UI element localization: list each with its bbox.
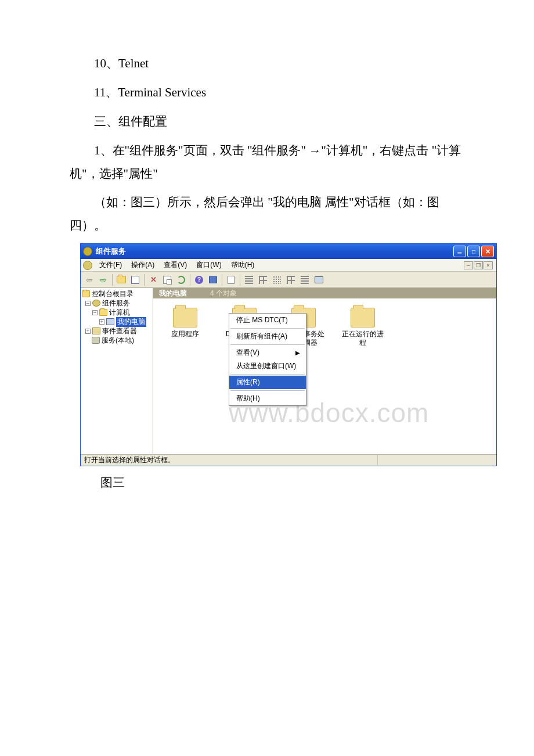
tree-local-services[interactable]: 服务(本地): [82, 336, 153, 345]
menu-file[interactable]: 文件(F): [95, 259, 127, 271]
gear-icon: [92, 337, 100, 344]
mdi-minimize-button[interactable]: –: [464, 261, 473, 269]
maximize-button[interactable]: [467, 246, 480, 257]
menu-view[interactable]: 查看(V): [159, 259, 192, 271]
detail-header: 我的电脑 4 个对象: [153, 288, 496, 298]
toolbar-computer-button[interactable]: [312, 273, 325, 286]
step-1-cont: （如：图三）所示，然后会弹出 "我的电脑 属性"对话框（如：图四）。: [70, 191, 470, 237]
minimize-button[interactable]: [453, 246, 466, 257]
submenu-arrow-icon: ▶: [295, 350, 300, 356]
tree-pane[interactable]: 控制台根目录 – 组件服务 – 计算机: [81, 288, 153, 454]
tree-event-viewer[interactable]: + 事件查看器: [82, 326, 153, 336]
toolbar-view-icon2-button[interactable]: [284, 273, 297, 286]
tree-computers[interactable]: – 计算机: [82, 308, 153, 317]
toolbar-view-list-button[interactable]: [243, 273, 255, 286]
figure-3-screenshot: 组件服务 文件(F) 操作(A) 查看(V) 窗口(W) 帮助(H): [80, 243, 470, 466]
toolbar-view-detail-button[interactable]: [257, 273, 269, 286]
folder-running-processes[interactable]: 正在运行的进程: [341, 308, 384, 347]
toolbar-export-button[interactable]: [225, 273, 237, 286]
window-title: 组件服务: [96, 246, 453, 257]
folder-applications[interactable]: 应用程序: [164, 308, 207, 339]
step-1: 1、在"组件服务"页面，双击 "组件服务" →"计算机"，右键点击 "计算机"，…: [70, 139, 470, 186]
content-panes: 控制台根目录 – 组件服务 – 计算机: [81, 288, 496, 454]
tree-expand-icon[interactable]: +: [85, 329, 91, 334]
event-viewer-icon: [92, 327, 100, 334]
app-icon: [83, 247, 92, 256]
menubar: 文件(F) 操作(A) 查看(V) 窗口(W) 帮助(H) – ❐ ×: [81, 259, 496, 272]
tree-expand-icon[interactable]: +: [99, 319, 104, 325]
section-heading: 三、组件配置: [70, 110, 470, 134]
ctx-stop-dtc[interactable]: 停止 MS DTC(T): [229, 314, 306, 327]
ctx-view[interactable]: 查看(V)▶: [229, 346, 306, 359]
tree-console-root[interactable]: 控制台根目录: [82, 289, 153, 298]
menu-window[interactable]: 窗口(W): [192, 259, 226, 271]
tree-component-services[interactable]: – 组件服务: [82, 298, 153, 308]
folder-icon: [99, 309, 107, 316]
component-services-window: 组件服务 文件(F) 操作(A) 查看(V) 窗口(W) 帮助(H): [80, 243, 497, 466]
computer-icon: [106, 318, 114, 325]
toolbar: ⇦ ⇨ ✕: [81, 272, 496, 288]
toolbar-forward-button[interactable]: ⇨: [97, 273, 110, 286]
text-line-11: 11、Terminal Services: [70, 81, 470, 105]
toolbar-help-button[interactable]: [193, 273, 205, 286]
toolbar-showtree-button[interactable]: [129, 273, 142, 286]
statusbar-text: 打开当前选择的属性对话框。: [83, 455, 378, 465]
toolbar-window-button[interactable]: [207, 273, 219, 286]
detail-pane: 我的电脑 4 个对象 应用程序 DCOM 配置: [153, 288, 496, 454]
folder-icon: [351, 308, 375, 327]
toolbar-view-icon3-button[interactable]: [298, 273, 311, 286]
ctx-properties[interactable]: 属性(R): [229, 376, 306, 389]
mdi-restore-button[interactable]: ❐: [474, 261, 483, 269]
mdi-icon: [83, 261, 92, 270]
folder-icon: [173, 308, 197, 327]
statusbar: 打开当前选择的属性对话框。: [81, 454, 496, 466]
tree-collapse-icon[interactable]: –: [85, 301, 91, 306]
ctx-refresh-components[interactable]: 刷新所有组件(A): [229, 330, 306, 343]
tree-collapse-icon[interactable]: –: [92, 310, 98, 315]
close-button[interactable]: [481, 246, 494, 257]
mdi-close-button[interactable]: ×: [484, 261, 493, 269]
toolbar-up-button[interactable]: [115, 273, 128, 286]
window-titlebar: 组件服务: [81, 244, 496, 259]
folder-icon: [82, 290, 90, 297]
context-menu: 停止 MS DTC(T) 刷新所有组件(A) 查看(V)▶ 从这里创建窗口(W)…: [229, 313, 306, 406]
ctx-new-window[interactable]: 从这里创建窗口(W): [229, 359, 306, 373]
toolbar-back-button[interactable]: ⇦: [83, 273, 96, 286]
ctx-help[interactable]: 帮助(H): [229, 392, 306, 405]
figure-caption: 图三: [70, 474, 470, 491]
tree-my-computer[interactable]: + 我的电脑: [82, 317, 153, 326]
toolbar-refresh-button[interactable]: [175, 273, 187, 286]
services-icon: [92, 300, 100, 307]
detail-header-count: 4 个对象: [210, 289, 237, 298]
text-line-10: 10、Telnet: [70, 52, 470, 75]
toolbar-properties-button[interactable]: [161, 273, 174, 286]
detail-header-name: 我的电脑: [159, 289, 210, 298]
menu-action[interactable]: 操作(A): [127, 259, 159, 271]
menu-help[interactable]: 帮助(H): [226, 259, 259, 271]
toolbar-delete-button[interactable]: ✕: [147, 273, 160, 286]
toolbar-view-icon1-button[interactable]: [270, 273, 283, 286]
